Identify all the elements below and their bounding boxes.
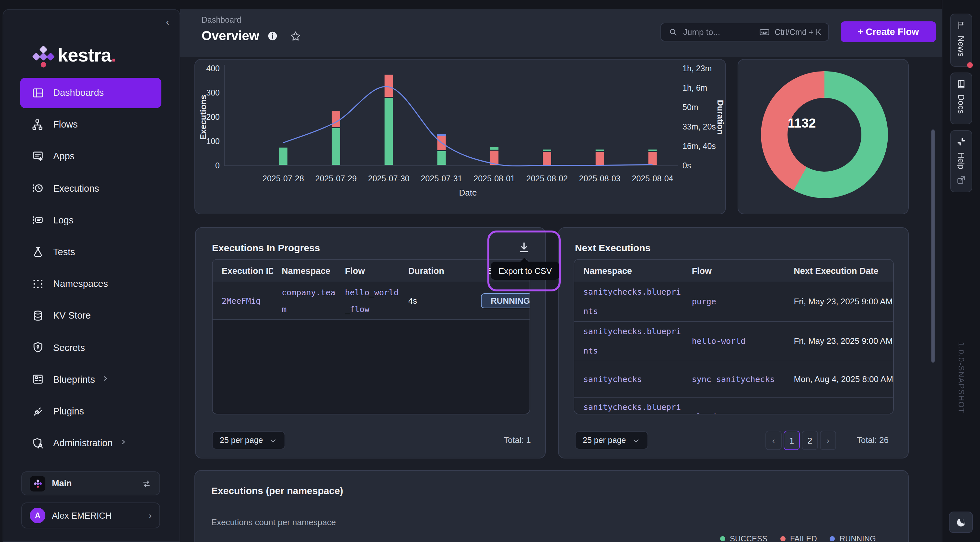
table-row[interactable]: sanitychecks.blueprints cloudquery-sync … <box>574 398 893 414</box>
vertical-scrollbar[interactable] <box>931 130 935 363</box>
sidebar-item-namespaces[interactable]: Namespaces <box>20 268 161 299</box>
executions-per-namespace-card: Executions (per namespace) Executions co… <box>194 470 909 542</box>
kestra-app: ‹ kestra. DashboardsFlowsAppsExecutionsL… <box>0 0 980 542</box>
namespace-link[interactable]: company.team <box>282 284 336 318</box>
table-row[interactable]: sanitychecks.blueprints hello-world Fri,… <box>574 322 893 361</box>
column-header[interactable]: Namespace <box>272 260 336 282</box>
sidebar-item-blueprints[interactable]: Blueprints <box>20 364 161 395</box>
legend-label: FAILED <box>790 534 817 542</box>
tenant-switcher[interactable]: Main <box>21 471 160 495</box>
secrets-icon <box>32 341 44 353</box>
help-tab-label: Help <box>956 152 966 170</box>
status-badge[interactable]: RUNNING <box>481 293 530 308</box>
legend-item-running[interactable]: RUNNING <box>830 534 876 542</box>
svg-text:Duration: Duration <box>716 100 725 135</box>
svg-text:100: 100 <box>206 136 220 146</box>
column-header[interactable]: Namespace <box>574 260 683 282</box>
sidebar-item-executions[interactable]: Executions <box>20 173 161 203</box>
namespace-link[interactable]: sanitychecks.blueprints <box>583 398 681 414</box>
sidebar-item-label: Blueprints <box>53 374 95 385</box>
sidebar-item-logs[interactable]: Logs <box>20 205 161 235</box>
sidebar-item-administration[interactable]: Administration <box>20 428 161 458</box>
column-header[interactable]: Next Execution Date <box>784 260 893 282</box>
next-page-button[interactable]: › <box>820 431 836 450</box>
column-header[interactable]: Duration <box>399 260 479 282</box>
flows-icon <box>32 118 44 130</box>
sidebar-item-kv-store[interactable]: KV Store <box>20 301 161 331</box>
sidebar-collapse-icon[interactable]: ‹ <box>166 16 169 27</box>
sidebar-item-dashboards[interactable]: Dashboards <box>20 78 161 108</box>
info-icon[interactable] <box>267 30 278 41</box>
page-button-1[interactable]: 1 <box>784 431 800 450</box>
namespace-link[interactable]: sanitychecks <box>583 369 681 389</box>
kestra-logo[interactable]: kestra. <box>29 41 146 69</box>
execution-id-link[interactable]: 2MeeFMig <box>222 292 272 309</box>
next-per-page-select[interactable]: 25 per page <box>575 431 648 449</box>
table-row[interactable]: 2MeeFMig company.team hello_world_flow 4… <box>213 282 530 320</box>
svg-text:16m, 40s: 16m, 40s <box>682 141 716 151</box>
column-header[interactable]: Flow <box>336 260 399 282</box>
slack-icon <box>956 136 966 147</box>
sidebar-item-label: Plugins <box>53 406 84 416</box>
legend-item-success[interactable]: SUCCESS <box>720 534 767 542</box>
svg-text:2025-08-03: 2025-08-03 <box>579 174 620 183</box>
eip-per-page-select[interactable]: 25 per page <box>212 431 285 449</box>
book-icon <box>956 79 966 89</box>
create-flow-button[interactable]: + Create Flow <box>841 21 936 42</box>
chevron-right-icon <box>102 374 110 385</box>
legend-item-failed[interactable]: FAILED <box>780 534 817 542</box>
svg-text:1h, 6m: 1h, 6m <box>682 83 707 92</box>
column-header[interactable]: Execution ID <box>213 260 272 282</box>
table-row[interactable]: sanitychecks.blueprints purge Fri, May 2… <box>574 282 893 322</box>
search-input[interactable]: Jump to... Ctrl/Cmd + K <box>660 23 829 41</box>
export-csv-download-icon[interactable] <box>517 241 531 255</box>
legend-dot <box>720 536 725 541</box>
sidebar-item-tests[interactable]: Tests <box>20 237 161 267</box>
administration-icon <box>32 437 44 449</box>
sidebar-item-secrets[interactable]: Secrets <box>20 332 161 363</box>
table-row[interactable]: sanitychecks sync_sanitychecks Mon, Aug … <box>574 361 893 398</box>
docs-tab[interactable]: Docs <box>950 73 972 124</box>
next-executions-title: Next Executions <box>575 242 651 253</box>
flow-link[interactable]: sync_sanitychecks <box>692 369 785 389</box>
user-name: Alex EMERICH <box>52 510 149 520</box>
sidebar-item-label: Flows <box>53 119 78 130</box>
flow-link[interactable]: purge <box>692 292 785 311</box>
previous-page-button[interactable]: ‹ <box>765 431 782 450</box>
eip-total: Total: 1 <box>504 435 531 445</box>
flow-link[interactable]: cloudquery-sync <box>692 407 785 414</box>
namespace-link[interactable]: sanitychecks.blueprints <box>583 322 681 361</box>
kestra-logo-icon <box>29 41 58 69</box>
per-namespace-title: Executions (per namespace) <box>211 485 343 496</box>
sidebar-item-label: Administration <box>53 438 113 448</box>
sidebar-item-label: Dashboards <box>53 87 104 98</box>
column-header[interactable]: Flow <box>683 260 785 282</box>
logo-text: kestra <box>58 44 111 66</box>
flow-link[interactable]: hello_world_flow <box>345 284 399 318</box>
svg-text:2025-07-30: 2025-07-30 <box>368 174 410 183</box>
page-button-2[interactable]: 2 <box>802 431 818 450</box>
sidebar-item-plugins[interactable]: Plugins <box>20 396 161 426</box>
search-icon <box>668 27 678 37</box>
news-tab[interactable]: News <box>950 14 972 67</box>
flow-link[interactable]: hello-world <box>692 331 785 351</box>
flag-icon <box>956 20 966 30</box>
sidebar-item-apps[interactable]: Apps <box>20 141 161 171</box>
sidebar: ‹ kestra. DashboardsFlowsAppsExecutionsL… <box>3 9 180 542</box>
star-favorite-icon[interactable] <box>290 30 301 42</box>
namespace-link[interactable]: sanitychecks.blueprints <box>583 282 681 321</box>
chevron-right-icon: › <box>149 510 152 521</box>
theme-toggle-button[interactable] <box>949 512 973 533</box>
next-execution-date-cell: Fri, May 23, 2025 9:00 AM <box>784 282 893 321</box>
sidebar-item-label: Apps <box>53 151 75 162</box>
next-execution-date-cell: Tue, Aug 5, 2025 6:00 AM <box>784 398 893 414</box>
logs-icon <box>32 214 44 226</box>
next-executions-card: Next Executions NamespaceFlowNext Execut… <box>558 227 909 458</box>
next-total: Total: 26 <box>857 435 889 445</box>
user-menu[interactable]: A Alex EMERICH › <box>21 502 160 528</box>
sidebar-item-flows[interactable]: Flows <box>20 109 161 139</box>
legend-label: SUCCESS <box>730 534 767 542</box>
help-tab[interactable]: Help <box>950 130 972 192</box>
main-content: 0100200300400Executions2025-07-282025-07… <box>180 57 942 542</box>
news-tab-label: News <box>956 36 966 57</box>
